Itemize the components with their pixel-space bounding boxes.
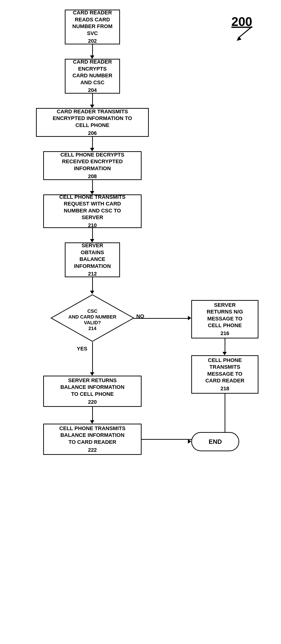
step-204-text: CARD READERENCRYPTSCARD NUMBERAND CSC: [72, 58, 112, 86]
arrow-no-h: [134, 318, 189, 319]
step-216-box: SERVERRETURNS N/GMESSAGE TOCELL PHONE 21…: [191, 300, 258, 338]
step-220-box: SERVER RETURNSBALANCE INFORMATIONTO CELL…: [43, 376, 142, 407]
svg-text:AND CARD NUMBER: AND CARD NUMBER: [68, 314, 116, 320]
step-216-num: 216: [220, 330, 230, 337]
step-218-text: CELL PHONETRANSMITSMESSAGE TOCARD READER: [206, 357, 244, 384]
arrow-220-222: [92, 407, 93, 421]
step-208-text: CELL PHONE DECRYPTSRECEIVED ENCRYPTEDINF…: [60, 152, 124, 172]
step-202-box: CARD READERREADS CARDNUMBER FROMSVC 202: [65, 10, 120, 44]
step-210-text: CELL PHONE TRANSMITSREQUEST WITH CARDNUM…: [59, 194, 126, 221]
step-212-text: SERVEROBTAINSBALANCEINFORMATION: [74, 242, 111, 270]
yes-label: YES: [77, 346, 87, 352]
flowchart-diagram: 200 CARD READERREADS CARDNUMBER FROMSVC …: [0, 0, 281, 644]
step-222-text: CELL PHONE TRANSMITSBALANCE INFORMATIONT…: [59, 425, 126, 446]
step-204-box: CARD READERENCRYPTSCARD NUMBERAND CSC 20…: [65, 59, 120, 94]
arrowhead-212-214: [90, 291, 94, 294]
svg-text:VALID?: VALID?: [84, 320, 101, 325]
step-220-text: SERVER RETURNSBALANCE INFORMATIONTO CELL…: [60, 377, 124, 398]
step-204-num: 204: [88, 87, 97, 94]
arrowhead-204-206: [90, 105, 94, 108]
arrow-208-210: [92, 180, 93, 192]
arrowhead-206-208: [90, 148, 94, 151]
step-206-text: CARD READER TRANSMITSENCRYPTED INFORMATI…: [53, 108, 132, 129]
arrowhead-210-212: [90, 239, 94, 242]
arrowhead-220-222: [90, 420, 94, 424]
step-222-num: 222: [88, 447, 97, 454]
step-214-diamond: CSC AND CARD NUMBER VALID? 214: [50, 294, 134, 342]
step-208-num: 208: [88, 173, 97, 180]
arrow-yes-v: [92, 342, 93, 373]
arrowhead-202-204: [90, 56, 94, 59]
ref-arrow-icon: [233, 24, 257, 43]
step-218-box: CELL PHONETRANSMITSMESSAGE TOCARD READER…: [191, 355, 258, 394]
end-oval: END: [191, 432, 239, 451]
step-206-num: 206: [88, 130, 97, 137]
step-202-text: CARD READERREADS CARDNUMBER FROMSVC: [72, 9, 112, 37]
arrow-202-204: [92, 44, 93, 56]
arrow-206-208: [92, 137, 93, 149]
step-206-box: CARD READER TRANSMITSENCRYPTED INFORMATI…: [36, 108, 149, 137]
svg-line-0: [238, 26, 252, 38]
arrowhead-yes: [90, 372, 94, 376]
step-210-box: CELL PHONE TRANSMITSREQUEST WITH CARDNUM…: [43, 194, 142, 228]
arrowhead-216-218: [222, 352, 227, 355]
step-216-text: SERVERRETURNS N/GMESSAGE TOCELL PHONE: [206, 302, 243, 329]
step-222-box: CELL PHONE TRANSMITSBALANCE INFORMATIONT…: [43, 424, 142, 455]
end-label: END: [209, 438, 222, 446]
step-218-num: 218: [220, 385, 230, 392]
arrow-212-214: [92, 277, 93, 292]
step-212-box: SERVEROBTAINSBALANCEINFORMATION 212: [65, 242, 120, 277]
arrow-216-218: [224, 338, 225, 353]
svg-text:CSC: CSC: [87, 308, 98, 314]
arrowhead-to-end: [188, 439, 191, 444]
arrow-210-212: [92, 228, 93, 240]
step-220-num: 220: [88, 399, 97, 406]
svg-text:214: 214: [88, 326, 96, 331]
arrow-204-206: [92, 94, 93, 106]
step-212-num: 212: [88, 270, 97, 278]
svg-marker-1: [236, 36, 242, 41]
step-202-num: 202: [88, 38, 97, 45]
arrowhead-no: [188, 316, 191, 320]
step-208-box: CELL PHONE DECRYPTSRECEIVED ENCRYPTEDINF…: [43, 151, 142, 180]
